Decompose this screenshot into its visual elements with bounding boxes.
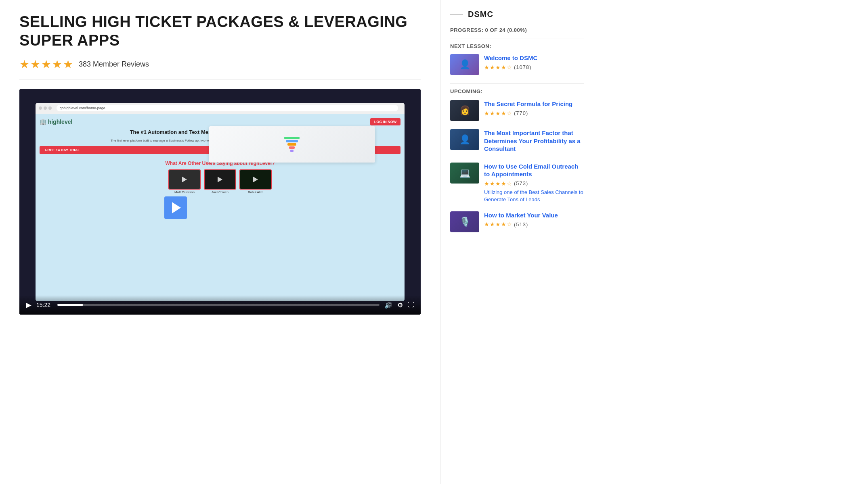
upcoming-stars-1: ★★★★☆ (770)	[484, 110, 528, 117]
upcoming-info-4: How to Market Your Value ★★★★☆ (513)	[484, 211, 584, 232]
upcoming-star-count-3: (573)	[514, 180, 528, 186]
upcoming-info-1: The Secret Formula for Pricing ★★★★☆ (77…	[484, 100, 584, 121]
browser-content: 🏢 highlevel LOG IN NOW The #1 Automation…	[36, 114, 405, 301]
upcoming-title-4: How to Market Your Value	[484, 211, 584, 219]
browser-dot-green	[48, 106, 52, 110]
sidebar-divider-2	[450, 83, 584, 83]
video-player[interactable]: gohighlevel.com/home-page 🏢 highlevel LO…	[19, 89, 421, 315]
sidebar-divider-1	[450, 38, 584, 38]
hl-login-btn: LOG IN NOW	[370, 118, 401, 125]
browser-url: gohighlevel.com/home-page	[57, 105, 398, 111]
browser-dot-yellow	[44, 106, 47, 110]
testimonial-play-3	[253, 177, 258, 182]
upcoming-thumb-1: 👩	[450, 100, 479, 121]
progress-label: PROGRESS: 0 OF 24 (0.00%)	[450, 27, 584, 33]
browser-bar: gohighlevel.com/home-page	[36, 103, 405, 114]
next-lesson-star-count: (1078)	[514, 64, 532, 70]
testimonial-videos: Matt Peterson Joel Cowen	[166, 169, 275, 194]
browser-simulation: gohighlevel.com/home-page 🏢 highlevel LO…	[36, 103, 405, 301]
fullscreen-button[interactable]: ⛶	[408, 301, 414, 309]
upcoming-star-count-1: (770)	[514, 110, 528, 116]
upcoming-title-1: The Secret Formula for Pricing	[484, 100, 584, 108]
upcoming-info-2: The Most Important Factor that Determine…	[484, 129, 584, 154]
upcoming-thumb-icon-2: 👤	[450, 129, 479, 150]
upcoming-label: UPCOMING:	[450, 88, 584, 94]
upcoming-thumb-4: 🎙️	[450, 211, 479, 232]
upcoming-lesson-4[interactable]: 🎙️ How to Market Your Value ★★★★☆ (513)	[450, 211, 584, 232]
video-progress-bar[interactable]	[57, 304, 379, 306]
upcoming-lesson-2[interactable]: 👤 The Most Important Factor that Determi…	[450, 129, 584, 154]
divider	[19, 79, 421, 79]
next-lesson-info: Welcome to DSMC ★★★★☆ (1078)	[484, 54, 584, 75]
video-play-button[interactable]	[164, 196, 187, 219]
testimonial-name-2: Joel Cowen	[204, 190, 236, 194]
upcoming-thumb-icon-3: 💻	[450, 163, 479, 184]
upcoming-stars-4: ★★★★☆ (513)	[484, 221, 528, 227]
testimonial-name-3: Rahul Alim	[239, 190, 272, 194]
upcoming-title-3: How to Use Cold Email Outreach to Appoin…	[484, 163, 584, 178]
upcoming-lesson-3[interactable]: 💻 How to Use Cold Email Outreach to Appo…	[450, 163, 584, 203]
review-count: 383 Member Reviews	[79, 60, 149, 69]
video-time: 15:22	[36, 302, 52, 308]
sidebar-brand: DSMC	[450, 10, 584, 19]
upcoming-lesson-1[interactable]: 👩 The Secret Formula for Pricing ★★★★☆ (…	[450, 100, 584, 121]
upcoming-title-2: The Most Important Factor that Determine…	[484, 129, 584, 153]
hl-dashboard	[209, 126, 375, 163]
browser-dot-red	[39, 106, 42, 110]
main-content: SELLING HIGH TICKET PACKAGES & LEVERAGIN…	[0, 0, 440, 484]
video-screenshot: gohighlevel.com/home-page 🏢 highlevel LO…	[19, 89, 421, 315]
next-lesson-label: NEXT LESSON:	[450, 43, 584, 49]
video-controls: ▶ 15:22 🔊 ⚙ ⛶	[19, 295, 421, 315]
next-lesson-stars: ★★★★☆ (1078)	[484, 64, 532, 71]
hl-nav: 🏢 highlevel LOG IN NOW	[40, 118, 400, 125]
hl-logo: 🏢 highlevel	[40, 119, 73, 125]
next-lesson-thumb-icon: 👤	[450, 54, 479, 75]
testimonial-name-1: Matt Peterson	[168, 190, 201, 194]
settings-button[interactable]: ⚙	[397, 301, 403, 309]
upcoming-thumb-icon-4: 🎙️	[450, 211, 479, 232]
brand-line	[450, 14, 463, 15]
testimonial-video-3[interactable]	[239, 169, 272, 190]
upcoming-thumb-3: 💻	[450, 163, 479, 184]
testimonial-video-2[interactable]	[204, 169, 236, 190]
course-title: SELLING HIGH TICKET PACKAGES & LEVERAGIN…	[19, 13, 421, 50]
hl-dash-inner	[209, 126, 375, 163]
course-stars: ★★★★★	[19, 58, 74, 71]
testimonial-video-1[interactable]	[168, 169, 201, 190]
upcoming-thumb-2: 👤	[450, 129, 479, 150]
rating-row: ★★★★★ 383 Member Reviews	[19, 58, 421, 71]
testimonial-section: What Are Other Users Saying about HighLe…	[161, 157, 280, 197]
next-lesson-thumb: 👤	[450, 54, 479, 75]
testimonial-play-1	[182, 177, 187, 182]
upcoming-stars-3: ★★★★☆ (573)	[484, 180, 528, 187]
testimonial-play-2	[218, 177, 222, 182]
upcoming-info-3: How to Use Cold Email Outreach to Appoin…	[484, 163, 584, 203]
sidebar: DSMC PROGRESS: 0 OF 24 (0.00%) NEXT LESS…	[440, 0, 593, 484]
upcoming-desc-3: Utilizing one of the Best Sales Channels…	[484, 189, 584, 203]
volume-button[interactable]: 🔊	[384, 301, 392, 309]
upcoming-thumb-icon-1: 👩	[450, 100, 479, 121]
next-lesson-title: Welcome to DSMC	[484, 54, 584, 62]
brand-name: DSMC	[468, 10, 493, 19]
play-triangle-icon	[172, 202, 181, 213]
play-pause-button[interactable]: ▶	[26, 300, 31, 309]
video-progress-fill	[57, 304, 83, 306]
upcoming-star-count-4: (513)	[514, 221, 528, 227]
next-lesson-item[interactable]: 👤 Welcome to DSMC ★★★★☆ (1078)	[450, 54, 584, 75]
